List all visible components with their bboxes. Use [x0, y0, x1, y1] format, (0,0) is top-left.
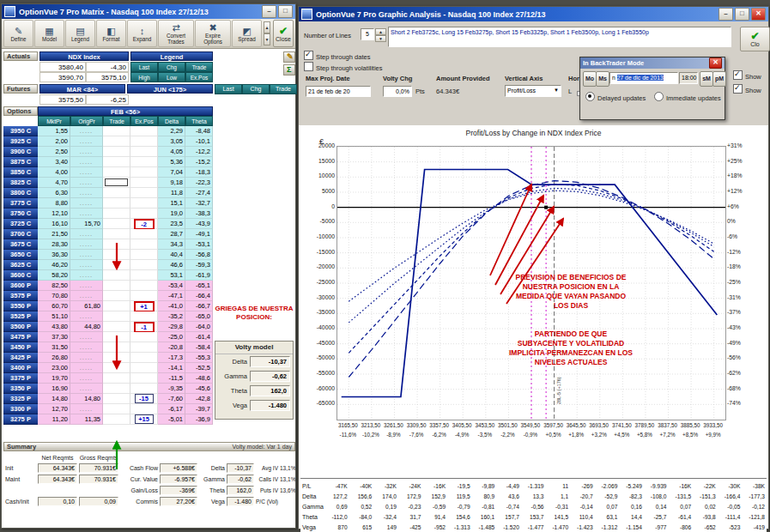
mkt-cell[interactable]: 58,20: [38, 270, 70, 281]
trade-cell[interactable]: [103, 291, 130, 301]
mkt-cell[interactable]: 16,90: [38, 384, 70, 394]
trade-cell[interactable]: [103, 414, 130, 425]
trade-cell[interactable]: [103, 209, 130, 219]
mkt-cell[interactable]: 12,70: [38, 404, 70, 414]
backtrader-date-input[interactable]: n 27 de dic de 2013: [609, 72, 678, 84]
strike-cell[interactable]: 3800 C: [3, 188, 38, 198]
orig-cell[interactable]: .....: [70, 404, 103, 414]
pm-button[interactable]: pM: [712, 71, 726, 87]
mkt-cell[interactable]: 31,50: [38, 342, 70, 353]
pos-cell[interactable]: [130, 229, 158, 239]
close-icon[interactable]: ✕: [709, 57, 722, 69]
pos-cell[interactable]: [130, 126, 158, 136]
pos-cell[interactable]: [130, 332, 158, 342]
trade-cell[interactable]: [103, 281, 130, 291]
checkbox-unchecked-icon[interactable]: [304, 62, 313, 71]
step-dates-checkbox[interactable]: Step through dates: [304, 51, 370, 61]
pos-cell[interactable]: [130, 178, 158, 188]
orig-cell[interactable]: .....: [70, 167, 103, 178]
trade-cell[interactable]: [103, 260, 130, 270]
trade-cell[interactable]: [103, 250, 130, 260]
orig-cell[interactable]: .....: [70, 136, 103, 147]
mkt-cell[interactable]: 36,30: [38, 250, 70, 260]
toolbar-button-expire-options[interactable]: ✖Expire Options: [195, 20, 231, 47]
orig-cell[interactable]: .....: [70, 188, 103, 198]
backtrader-titlebar[interactable]: In BackTrader Mode ✕: [580, 57, 725, 69]
close-button[interactable]: ✔ Clo: [740, 27, 770, 51]
chevron-down-icon[interactable]: ▼: [554, 86, 559, 95]
orig-cell[interactable]: .....: [70, 373, 103, 384]
orig-cell[interactable]: .....: [70, 126, 103, 136]
mkt-cell[interactable]: 28,30: [38, 239, 70, 250]
arrow-down-icon[interactable]: ▼: [264, 33, 270, 45]
trade-cell[interactable]: [103, 353, 130, 363]
pos-cell[interactable]: +15: [130, 414, 158, 425]
pos-cell[interactable]: [130, 342, 158, 353]
orig-cell[interactable]: .....: [70, 363, 103, 373]
pos-cell[interactable]: -2: [130, 219, 158, 229]
arrow-down-icon[interactable]: ▼: [375, 35, 386, 42]
pos-cell[interactable]: [130, 384, 158, 394]
strike-cell[interactable]: 3450 P: [3, 342, 38, 353]
mkt-cell[interactable]: 14,80: [38, 394, 70, 404]
pos-cell[interactable]: [130, 260, 158, 270]
radio-icon[interactable]: [654, 92, 664, 101]
ms-button[interactable]: Ms: [596, 71, 609, 87]
max-proj-date-value[interactable]: 21 de feb de 20: [306, 86, 371, 97]
mo-button[interactable]: Mo: [583, 71, 597, 87]
strike-cell[interactable]: 3900 C: [3, 147, 38, 157]
mkt-cell[interactable]: 4,00: [38, 167, 70, 178]
strike-cell[interactable]: 3525 P: [3, 311, 38, 322]
orig-cell[interactable]: .....: [70, 384, 103, 394]
arrow-up-icon[interactable]: ▲: [375, 28, 386, 35]
orig-cell[interactable]: 61,80: [70, 301, 103, 311]
trade-cell[interactable]: [103, 136, 130, 147]
mkt-cell[interactable]: 6,30: [38, 188, 70, 198]
mkt-cell[interactable]: 16,10: [38, 219, 70, 229]
trade-cell[interactable]: [103, 147, 130, 157]
checkbox-checked-icon[interactable]: [733, 70, 743, 80]
mkt-cell[interactable]: 11,20: [38, 414, 70, 425]
show-checkbox-1[interactable]: Show: [733, 70, 761, 81]
toolbar-button-expand[interactable]: ↕Expand: [127, 20, 157, 47]
strike-cell[interactable]: 3650 C: [3, 250, 38, 260]
edit-icon[interactable]: ✎: [283, 51, 295, 63]
mkt-cell[interactable]: 46,20: [38, 260, 70, 270]
orig-cell[interactable]: .....: [70, 198, 103, 209]
mkt-cell[interactable]: 2,00: [38, 136, 70, 147]
trade-cell[interactable]: [103, 270, 130, 281]
pos-cell[interactable]: [130, 363, 158, 373]
toolbar-button-model[interactable]: ▦Model: [34, 20, 64, 47]
orig-cell[interactable]: .....: [70, 209, 103, 219]
ndx-index-header[interactable]: NDX Index: [39, 51, 129, 61]
orig-cell[interactable]: .....: [70, 270, 103, 281]
pos-cell[interactable]: [130, 239, 158, 250]
trade-cell[interactable]: [103, 157, 130, 167]
orig-cell[interactable]: .....: [70, 178, 103, 188]
trade-cell[interactable]: [103, 384, 130, 394]
toolbar-button-define[interactable]: ✎Define: [3, 20, 33, 47]
pos-cell[interactable]: [130, 270, 158, 281]
trade-cell[interactable]: [103, 332, 130, 342]
pos-cell[interactable]: [130, 147, 158, 157]
mkt-cell[interactable]: 1,55: [38, 126, 70, 136]
mkt-cell[interactable]: 21,50: [38, 229, 70, 239]
trade-cell[interactable]: [103, 311, 130, 322]
orig-cell[interactable]: .....: [70, 291, 103, 301]
strike-cell[interactable]: 3775 C: [3, 198, 38, 209]
trade-input[interactable]: [105, 178, 128, 186]
toolbar-button-format[interactable]: ◧Format: [96, 20, 126, 47]
minimize-icon[interactable]: –: [262, 5, 276, 18]
trade-cell[interactable]: [103, 219, 130, 229]
strike-cell[interactable]: 3325 P: [3, 394, 38, 404]
mkt-cell[interactable]: 12,10: [38, 209, 70, 219]
strike-cell[interactable]: 3400 P: [3, 363, 38, 373]
radio-selected-icon[interactable]: [585, 92, 595, 101]
strike-cell[interactable]: 3350 P: [3, 384, 38, 394]
delayed-updates-radio[interactable]: Delayed updates: [585, 92, 646, 102]
strike-cell[interactable]: 3500 P: [3, 322, 38, 332]
strike-cell[interactable]: 3575 P: [3, 291, 38, 301]
strike-cell[interactable]: 3475 P: [3, 332, 38, 342]
pos-cell[interactable]: [130, 188, 158, 198]
orig-cell[interactable]: .....: [70, 311, 103, 322]
